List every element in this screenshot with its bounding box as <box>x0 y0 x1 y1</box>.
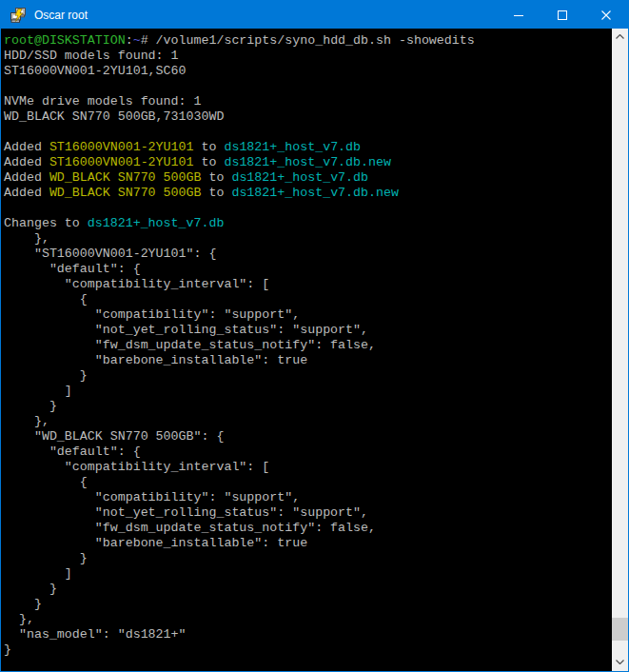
terminal-line: Added ST16000VN001-2YU101 to ds1821+_hos… <box>4 155 612 170</box>
terminal-line: ] <box>4 566 612 582</box>
title-bar[interactable]: Oscar root <box>1 1 628 29</box>
terminal-line: "ST16000VN001-2YU101": { <box>4 247 612 262</box>
terminal-line: "fw_dsm_update_status_notify": false, <box>4 338 612 353</box>
terminal-line: "compatibility": "support", <box>4 490 612 505</box>
terminal-line: } <box>4 642 612 658</box>
window-title: Oscar root <box>34 9 497 22</box>
terminal-line: }, <box>4 612 612 627</box>
window-content: root@DISKSTATION:~# /volume1/scripts/syn… <box>1 29 628 671</box>
close-button[interactable] <box>584 1 628 29</box>
terminal-line: "compatibility_interval": [ <box>4 277 612 292</box>
terminal-line: "compatibility_interval": [ <box>4 460 612 475</box>
minimize-icon <box>514 10 523 20</box>
maximize-icon <box>558 10 567 20</box>
scrollbar-thumb[interactable] <box>612 618 628 641</box>
close-icon <box>601 10 611 20</box>
minimize-button[interactable] <box>497 1 541 29</box>
terminal-line: "barebone_installable": true <box>4 353 612 368</box>
putty-app-icon[interactable] <box>10 7 27 24</box>
terminal-line: Changes to ds1821+_host_v7.db <box>4 216 612 231</box>
terminal-line: } <box>4 582 612 597</box>
terminal-line <box>4 201 612 216</box>
terminal-line: WD_BLACK SN770 500GB,731030WD <box>4 109 612 125</box>
chevron-down-icon <box>616 660 624 664</box>
terminal-line: root@DISKSTATION:~# /volume1/scripts/syn… <box>4 33 612 49</box>
terminal-line: { <box>4 475 612 490</box>
terminal-line: "fw_dsm_update_status_notify": false, <box>4 521 612 536</box>
terminal-line: } <box>4 368 612 384</box>
terminal-line: "compatibility": "support", <box>4 307 612 323</box>
scroll-down-button[interactable] <box>612 654 628 670</box>
terminal-line: "WD_BLACK SN770 500GB": { <box>4 429 612 445</box>
terminal-line: } <box>4 597 612 612</box>
putty-window: Oscar root root@DISKSTATION:~# /volume1/… <box>0 0 629 672</box>
terminal-line: NVMe drive models found: 1 <box>4 94 612 109</box>
terminal-line: "default": { <box>4 262 612 277</box>
terminal-line: { <box>4 292 612 307</box>
terminal-line: "barebone_installable": true <box>4 536 612 551</box>
terminal-line: Added ST16000VN001-2YU101 to ds1821+_hos… <box>4 140 612 155</box>
terminal-line: "not_yet_rolling_status": "support", <box>4 323 612 338</box>
terminal-line: ST16000VN001-2YU101,SC60 <box>4 64 612 79</box>
scroll-up-button[interactable] <box>612 29 628 45</box>
terminal-line: "not_yet_rolling_status": "support", <box>4 505 612 521</box>
chevron-up-icon <box>616 34 624 39</box>
terminal-line: HDD/SSD models found: 1 <box>4 49 612 64</box>
scrollbar[interactable] <box>612 29 628 671</box>
terminal-line: }, <box>4 231 612 247</box>
terminal-line: }, <box>4 414 612 429</box>
putty-icon <box>10 7 27 24</box>
terminal-line: "nas_model": "ds1821+" <box>4 627 612 642</box>
terminal-line <box>4 125 612 140</box>
terminal-line <box>4 79 612 94</box>
terminal-line: ] <box>4 384 612 399</box>
maximize-button[interactable] <box>541 1 584 29</box>
terminal-line: "default": { <box>4 445 612 460</box>
terminal-line: } <box>4 399 612 414</box>
terminal-line: } <box>4 551 612 566</box>
terminal-line: Added WD_BLACK SN770 500GB to ds1821+_ho… <box>4 186 612 201</box>
terminal-output[interactable]: root@DISKSTATION:~# /volume1/scripts/syn… <box>1 29 612 671</box>
terminal-line: Added WD_BLACK SN770 500GB to ds1821+_ho… <box>4 170 612 186</box>
